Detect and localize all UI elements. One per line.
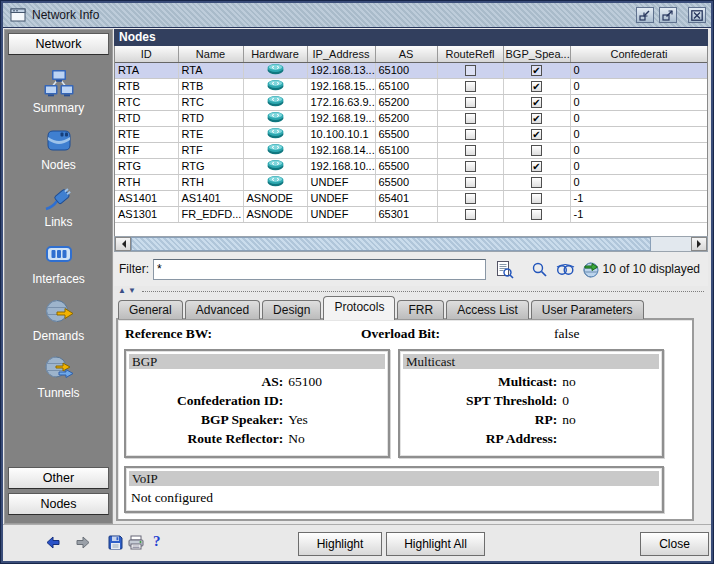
table-row-rtg[interactable]: RTGRTG192.168.10...65500✔0 xyxy=(115,158,708,174)
column-header-name[interactable]: Name xyxy=(178,46,243,62)
route-reflector-checkbox[interactable] xyxy=(465,81,476,92)
bgp-speaker-checkbox[interactable]: ✔ xyxy=(531,65,542,76)
multicast-field: RP:no xyxy=(400,410,662,429)
cell-id: RTA xyxy=(115,62,178,78)
cell-bgp-speaker: ✔ xyxy=(503,62,570,78)
column-header-as[interactable]: AS xyxy=(375,46,437,62)
bgp-speaker-checkbox[interactable] xyxy=(531,209,542,220)
bgp-speaker-checkbox[interactable]: ✔ xyxy=(531,161,542,172)
close-icon[interactable] xyxy=(688,7,706,23)
route-reflector-checkbox[interactable] xyxy=(465,113,476,124)
route-reflector-checkbox[interactable] xyxy=(465,129,476,140)
tab-general[interactable]: General xyxy=(118,300,183,319)
tab-design[interactable]: Design xyxy=(262,300,321,319)
table-row-rta[interactable]: RTARTA192.168.13...65100✔0 xyxy=(115,62,708,78)
scroll-right-icon[interactable] xyxy=(691,237,707,251)
close-button[interactable]: Close xyxy=(640,532,709,556)
sidebar-item-tunnels[interactable]: Tunnels xyxy=(5,353,112,400)
cell-bgp-speaker xyxy=(503,190,570,206)
forward-icon[interactable] xyxy=(75,535,91,550)
cell-as: 65100 xyxy=(375,62,437,78)
tab-advanced[interactable]: Advanced xyxy=(185,300,260,319)
table-horizontal-scrollbar[interactable] xyxy=(114,236,708,252)
bgp-speaker-checkbox[interactable] xyxy=(531,177,542,188)
filter-input[interactable] xyxy=(153,259,486,280)
multicast-field-value: no xyxy=(557,372,576,391)
route-reflector-checkbox[interactable] xyxy=(465,65,476,76)
scroll-left-icon[interactable] xyxy=(115,237,131,251)
cell-id: RTB xyxy=(115,78,178,94)
sidebar-item-label: Demands xyxy=(33,329,84,343)
route-reflector-checkbox[interactable] xyxy=(465,97,476,108)
column-header-confederati[interactable]: Confederati xyxy=(570,46,708,62)
report-preview-icon[interactable] xyxy=(495,260,514,279)
table-row-rtd[interactable]: RTDRTD192.168.19...65200✔0 xyxy=(115,110,708,126)
cell-bgp-speaker xyxy=(503,174,570,190)
sidebar-item-interfaces[interactable]: Interfaces xyxy=(5,239,112,286)
save-icon[interactable] xyxy=(108,535,123,550)
restore-icon[interactable] xyxy=(659,7,677,23)
bgp-speaker-checkbox[interactable]: ✔ xyxy=(531,97,542,108)
route-reflector-checkbox[interactable] xyxy=(465,161,476,172)
other-button[interactable]: Other xyxy=(8,467,109,489)
table-row-rtf[interactable]: RTFRTF192.168.14...651000 xyxy=(115,142,708,158)
window-titlebar[interactable]: Network Info xyxy=(3,3,711,28)
cell-ip-address: UNDEF xyxy=(307,206,375,222)
table-row-rtb[interactable]: RTBRTB192.168.15...65100✔0 xyxy=(115,78,708,94)
route-reflector-checkbox[interactable] xyxy=(465,193,476,204)
print-icon[interactable] xyxy=(128,535,144,550)
column-header-ip-address[interactable]: IP_Address xyxy=(307,46,375,62)
route-reflector-checkbox[interactable] xyxy=(465,209,476,220)
sidebar-item-summary[interactable]: Summary xyxy=(5,68,112,115)
highlight-button[interactable]: Highlight xyxy=(298,532,382,556)
network-button[interactable]: Network xyxy=(8,33,109,55)
help-icon[interactable]: ? xyxy=(153,533,161,550)
network-info-window: Network Info Network SummaryNodesLinksIn… xyxy=(0,0,714,564)
table-row-rtc[interactable]: RTCRTC172.16.63.9..65200✔0 xyxy=(115,94,708,110)
column-header-hardware[interactable]: Hardware xyxy=(243,46,307,62)
column-header-bgp-spea[interactable]: BGP_Spea... xyxy=(503,46,570,62)
scrollbar-thumb[interactable] xyxy=(131,237,651,251)
bgp-speaker-checkbox[interactable] xyxy=(531,193,542,204)
table-row-as1401[interactable]: AS1401AS1401ASNODEUNDEF65401-1 xyxy=(115,190,708,206)
bgp-speaker-checkbox[interactable]: ✔ xyxy=(531,129,542,140)
minimize-icon[interactable] xyxy=(636,7,654,23)
tab-protocols[interactable]: Protocols xyxy=(323,296,395,320)
cell-ip-address: 192.168.13... xyxy=(307,62,375,78)
back-icon[interactable] xyxy=(45,535,61,550)
zoom-area-icon[interactable] xyxy=(555,261,575,278)
tab-access-list[interactable]: Access List xyxy=(446,300,529,319)
cell-bgp-speaker xyxy=(503,206,570,222)
bgp-speaker-checkbox[interactable] xyxy=(531,145,542,156)
table-row-as1301[interactable]: AS1301FR_EDFD...ASNODEUNDEF65301-1 xyxy=(115,206,708,222)
sidebar-item-nodes[interactable]: Nodes xyxy=(5,125,112,172)
multicast-field-label: RP Address: xyxy=(400,429,557,448)
bgp-field-label: AS: xyxy=(126,372,283,391)
tab-user-parameters[interactable]: User Parameters xyxy=(531,300,644,319)
multicast-group: Multicast Multicast:noSPT Threshold:0RP:… xyxy=(398,349,664,458)
highlight-all-button[interactable]: Highlight All xyxy=(386,532,485,556)
route-reflector-checkbox[interactable] xyxy=(465,145,476,156)
bgp-field-value xyxy=(283,391,288,410)
bgp-speaker-checkbox[interactable]: ✔ xyxy=(531,81,542,92)
tab-frr[interactable]: FRR xyxy=(397,300,444,319)
cell-hardware xyxy=(243,62,307,78)
cell-as: 65500 xyxy=(375,174,437,190)
cell-ip-address: UNDEF xyxy=(307,174,375,190)
table-row-rth[interactable]: RTHRTHUNDEF655000 xyxy=(115,174,708,190)
bgp-speaker-checkbox[interactable]: ✔ xyxy=(531,113,542,124)
table-row-rte[interactable]: RTERTE10.100.10.165500✔0 xyxy=(115,126,708,142)
multicast-field-label: SPT Threshold: xyxy=(400,391,557,410)
cell-hardware xyxy=(243,110,307,126)
zoom-icon[interactable] xyxy=(531,261,548,278)
sidebar-item-links[interactable]: Links xyxy=(5,182,112,229)
sidebar-item-demands[interactable]: Demands xyxy=(5,296,112,343)
splitter-collapse-icons[interactable]: ▲▼ xyxy=(118,287,138,295)
world-refresh-icon[interactable] xyxy=(582,261,600,278)
route-reflector-checkbox[interactable] xyxy=(465,177,476,188)
nodes-view-button[interactable]: Nodes xyxy=(8,493,109,515)
column-header-id[interactable]: ID xyxy=(115,46,178,62)
splitter-bar[interactable]: ▲▼ xyxy=(114,286,708,296)
cell-id: RTE xyxy=(115,126,178,142)
column-header-routerefl[interactable]: RouteRefl xyxy=(437,46,503,62)
